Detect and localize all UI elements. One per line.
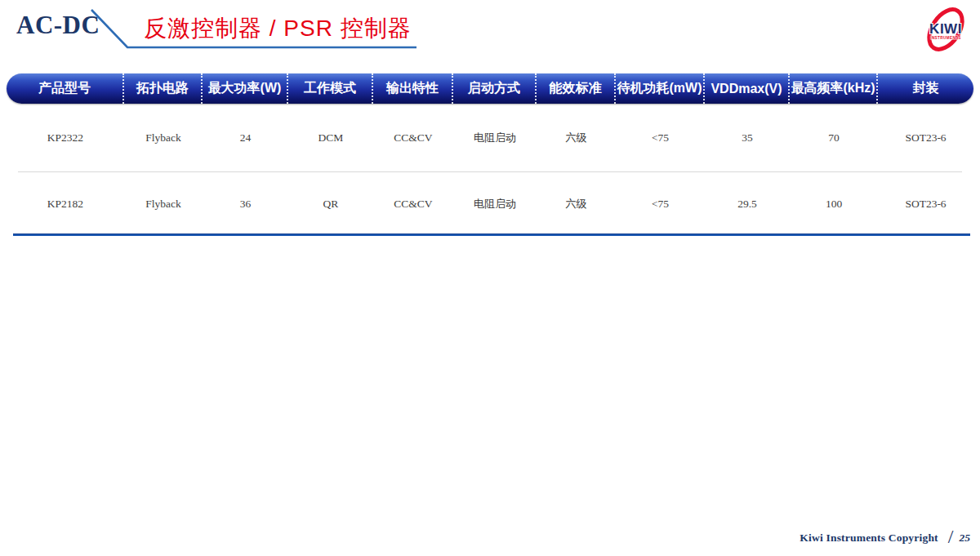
copyright-text: Kiwi Instruments Copyright <box>800 532 938 545</box>
logo-name: KIWI <box>929 21 962 37</box>
table-cell: <75 <box>616 104 705 171</box>
table-cell: 六级 <box>537 104 616 171</box>
logo-subtitle: INSTRUMENTS <box>930 36 961 40</box>
table-cell: 100 <box>790 171 878 236</box>
page-number: 25 <box>960 532 971 545</box>
table-cell: 36 <box>203 171 288 236</box>
table-bottom-rule <box>13 234 970 236</box>
slide: AC-DC 反激控制器 / PSR 控制器 KIWI INSTRUMENTS 产… <box>0 0 980 556</box>
page-title: 反激控制器 / PSR 控制器 <box>144 13 412 44</box>
table-cell: KP2182 <box>7 171 124 236</box>
table-row: KP2322Flyback24DCMCC&CV电阻启动六级<753570SOT2… <box>7 104 973 171</box>
row-divider <box>18 171 962 172</box>
column-header-1: 产品型号 <box>7 73 124 104</box>
table-cell: KP2322 <box>7 104 124 171</box>
kiwi-logo: KIWI INSTRUMENTS <box>915 4 977 56</box>
column-header-11: 封装 <box>878 73 973 104</box>
column-header-5: 输出特性 <box>373 73 453 104</box>
table-cell: CC&CV <box>373 104 453 171</box>
table-cell: 24 <box>203 104 288 171</box>
footer-slash-icon: / <box>948 526 954 548</box>
table-cell: DCM <box>288 104 373 171</box>
column-header-2: 拓扑电路 <box>124 73 203 104</box>
table-header-row: 产品型号拓扑电路最大功率(W)工作模式输出特性启动方式能效标准待机功耗(mW)V… <box>7 73 973 104</box>
table-cell: SOT23-6 <box>878 171 973 236</box>
table-cell: SOT23-6 <box>878 104 973 171</box>
table-cell: 电阻启动 <box>453 104 537 171</box>
column-header-9: VDDmax(V) <box>705 73 790 104</box>
table-row: KP2182Flyback36QRCC&CV电阻启动六级<7529.5100SO… <box>7 171 973 236</box>
column-header-7: 能效标准 <box>537 73 616 104</box>
table-cell: 六级 <box>537 171 616 236</box>
column-header-4: 工作模式 <box>288 73 373 104</box>
section-label: AC-DC <box>16 11 100 40</box>
table-body: KP2322Flyback24DCMCC&CV电阻启动六级<753570SOT2… <box>7 104 973 236</box>
column-header-3: 最大功率(W) <box>203 73 288 104</box>
table-cell: 29.5 <box>705 171 790 236</box>
table-cell: 70 <box>790 104 878 171</box>
table-cell: Flyback <box>124 104 203 171</box>
footer: Kiwi Instruments Copyright / 25 <box>800 527 970 549</box>
column-header-10: 最高频率(kHz) <box>790 73 878 104</box>
table-cell: 电阻启动 <box>453 171 537 236</box>
table-cell: QR <box>288 171 373 236</box>
column-header-6: 启动方式 <box>453 73 537 104</box>
table-cell: Flyback <box>124 171 203 236</box>
column-header-8: 待机功耗(mW) <box>616 73 705 104</box>
table-cell: CC&CV <box>373 171 453 236</box>
table-cell: 35 <box>705 104 790 171</box>
table-cell: <75 <box>616 171 705 236</box>
